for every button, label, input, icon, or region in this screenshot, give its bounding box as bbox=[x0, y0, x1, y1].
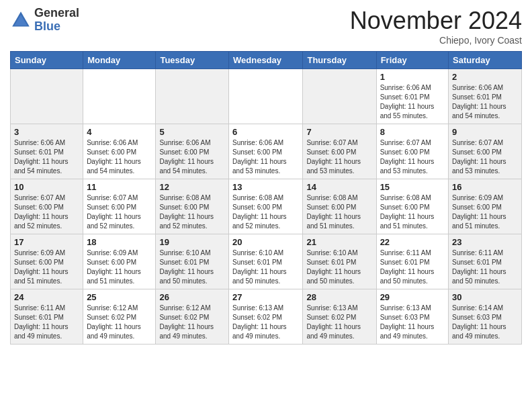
calendar-cell-1-3 bbox=[156, 69, 229, 124]
day-number: 15 bbox=[380, 182, 445, 192]
day-number: 12 bbox=[159, 182, 225, 192]
day-info: Sunrise: 6:07 AM Sunset: 6:00 PM Dayligh… bbox=[87, 193, 152, 231]
calendar-week-1: 1Sunrise: 6:06 AM Sunset: 6:01 PM Daylig… bbox=[11, 69, 522, 124]
calendar-header-wednesday: Wednesday bbox=[229, 52, 303, 69]
calendar-cell-2-5: 7Sunrise: 6:07 AM Sunset: 6:00 PM Daylig… bbox=[303, 124, 376, 179]
calendar-header-tuesday: Tuesday bbox=[156, 52, 229, 69]
day-info: Sunrise: 6:11 AM Sunset: 6:01 PM Dayligh… bbox=[14, 304, 79, 341]
day-number: 14 bbox=[306, 182, 372, 192]
day-number: 9 bbox=[452, 127, 518, 137]
calendar-cell-3-3: 12Sunrise: 6:08 AM Sunset: 6:00 PM Dayli… bbox=[156, 179, 229, 234]
day-info: Sunrise: 6:08 AM Sunset: 6:00 PM Dayligh… bbox=[306, 193, 372, 231]
day-number: 10 bbox=[14, 182, 79, 192]
day-info: Sunrise: 6:13 AM Sunset: 6:02 PM Dayligh… bbox=[232, 304, 299, 341]
day-number: 18 bbox=[87, 237, 152, 247]
day-info: Sunrise: 6:06 AM Sunset: 6:01 PM Dayligh… bbox=[380, 83, 445, 121]
logo: General Blue bbox=[10, 7, 79, 34]
day-number: 5 bbox=[159, 127, 225, 137]
calendar-header-thursday: Thursday bbox=[303, 52, 376, 69]
day-info: Sunrise: 6:07 AM Sunset: 6:00 PM Dayligh… bbox=[306, 138, 372, 176]
calendar-cell-1-6: 1Sunrise: 6:06 AM Sunset: 6:01 PM Daylig… bbox=[376, 69, 448, 124]
logo-blue: Blue bbox=[34, 20, 79, 34]
header: General Blue November 2024 Chiepo, Ivory… bbox=[10, 7, 522, 46]
day-number: 24 bbox=[14, 292, 79, 302]
logo-text: General Blue bbox=[34, 7, 79, 34]
day-number: 11 bbox=[87, 182, 152, 192]
day-number: 28 bbox=[306, 292, 372, 302]
calendar-cell-2-4: 6Sunrise: 6:06 AM Sunset: 6:00 PM Daylig… bbox=[229, 124, 303, 179]
day-info: Sunrise: 6:06 AM Sunset: 6:00 PM Dayligh… bbox=[232, 138, 299, 176]
calendar-cell-4-3: 19Sunrise: 6:10 AM Sunset: 6:01 PM Dayli… bbox=[156, 234, 229, 289]
calendar-cell-1-7: 2Sunrise: 6:06 AM Sunset: 6:01 PM Daylig… bbox=[449, 69, 522, 124]
calendar-cell-5-5: 28Sunrise: 6:13 AM Sunset: 6:02 PM Dayli… bbox=[303, 289, 376, 345]
calendar-cell-5-6: 29Sunrise: 6:13 AM Sunset: 6:03 PM Dayli… bbox=[376, 289, 448, 345]
calendar-week-3: 10Sunrise: 6:07 AM Sunset: 6:00 PM Dayli… bbox=[11, 179, 522, 234]
calendar-week-5: 24Sunrise: 6:11 AM Sunset: 6:01 PM Dayli… bbox=[11, 289, 522, 345]
day-info: Sunrise: 6:11 AM Sunset: 6:01 PM Dayligh… bbox=[380, 248, 445, 286]
page: General Blue November 2024 Chiepo, Ivory… bbox=[0, 0, 532, 351]
day-info: Sunrise: 6:08 AM Sunset: 6:00 PM Dayligh… bbox=[380, 193, 445, 231]
day-info: Sunrise: 6:11 AM Sunset: 6:01 PM Dayligh… bbox=[452, 248, 518, 286]
calendar-cell-2-7: 9Sunrise: 6:07 AM Sunset: 6:00 PM Daylig… bbox=[449, 124, 522, 179]
calendar-week-2: 3Sunrise: 6:06 AM Sunset: 6:01 PM Daylig… bbox=[11, 124, 522, 179]
day-info: Sunrise: 6:12 AM Sunset: 6:02 PM Dayligh… bbox=[87, 304, 152, 341]
day-number: 21 bbox=[306, 237, 372, 247]
day-number: 4 bbox=[87, 127, 152, 137]
calendar-cell-4-5: 21Sunrise: 6:10 AM Sunset: 6:01 PM Dayli… bbox=[303, 234, 376, 289]
day-number: 3 bbox=[14, 127, 79, 137]
calendar-cell-1-2 bbox=[83, 69, 156, 124]
day-number: 2 bbox=[452, 72, 518, 82]
calendar-cell-1-1 bbox=[11, 69, 83, 124]
calendar-cell-5-1: 24Sunrise: 6:11 AM Sunset: 6:01 PM Dayli… bbox=[11, 289, 83, 345]
day-info: Sunrise: 6:07 AM Sunset: 6:00 PM Dayligh… bbox=[452, 138, 518, 176]
day-info: Sunrise: 6:09 AM Sunset: 6:00 PM Dayligh… bbox=[452, 193, 518, 231]
day-info: Sunrise: 6:07 AM Sunset: 6:00 PM Dayligh… bbox=[380, 138, 445, 176]
calendar-week-4: 17Sunrise: 6:09 AM Sunset: 6:00 PM Dayli… bbox=[11, 234, 522, 289]
day-number: 13 bbox=[232, 182, 299, 192]
calendar-header-row: SundayMondayTuesdayWednesdayThursdayFrid… bbox=[11, 52, 522, 69]
day-number: 29 bbox=[380, 292, 445, 302]
location: Chiepo, Ivory Coast bbox=[350, 35, 522, 46]
day-info: Sunrise: 6:09 AM Sunset: 6:00 PM Dayligh… bbox=[14, 248, 79, 286]
day-info: Sunrise: 6:12 AM Sunset: 6:02 PM Dayligh… bbox=[159, 304, 225, 341]
calendar-cell-3-2: 11Sunrise: 6:07 AM Sunset: 6:00 PM Dayli… bbox=[83, 179, 156, 234]
day-info: Sunrise: 6:09 AM Sunset: 6:00 PM Dayligh… bbox=[87, 248, 152, 286]
calendar-cell-3-7: 16Sunrise: 6:09 AM Sunset: 6:00 PM Dayli… bbox=[449, 179, 522, 234]
day-info: Sunrise: 6:10 AM Sunset: 6:01 PM Dayligh… bbox=[232, 248, 299, 286]
calendar-cell-2-6: 8Sunrise: 6:07 AM Sunset: 6:00 PM Daylig… bbox=[376, 124, 448, 179]
day-number: 6 bbox=[232, 127, 299, 137]
day-info: Sunrise: 6:06 AM Sunset: 6:01 PM Dayligh… bbox=[452, 83, 518, 121]
day-info: Sunrise: 6:14 AM Sunset: 6:03 PM Dayligh… bbox=[452, 304, 518, 341]
day-info: Sunrise: 6:10 AM Sunset: 6:01 PM Dayligh… bbox=[306, 248, 372, 286]
day-info: Sunrise: 6:06 AM Sunset: 6:01 PM Dayligh… bbox=[14, 138, 79, 176]
day-number: 1 bbox=[380, 72, 445, 82]
calendar-header-friday: Friday bbox=[376, 52, 448, 69]
day-number: 19 bbox=[159, 237, 225, 247]
day-number: 25 bbox=[87, 292, 152, 302]
calendar-cell-4-7: 23Sunrise: 6:11 AM Sunset: 6:01 PM Dayli… bbox=[449, 234, 522, 289]
calendar-cell-5-3: 26Sunrise: 6:12 AM Sunset: 6:02 PM Dayli… bbox=[156, 289, 229, 345]
day-number: 30 bbox=[452, 292, 518, 302]
day-info: Sunrise: 6:10 AM Sunset: 6:01 PM Dayligh… bbox=[159, 248, 225, 286]
day-info: Sunrise: 6:13 AM Sunset: 6:03 PM Dayligh… bbox=[380, 304, 445, 341]
calendar-header-saturday: Saturday bbox=[449, 52, 522, 69]
calendar-cell-4-1: 17Sunrise: 6:09 AM Sunset: 6:00 PM Dayli… bbox=[11, 234, 83, 289]
day-number: 8 bbox=[380, 127, 445, 137]
calendar-cell-3-4: 13Sunrise: 6:08 AM Sunset: 6:00 PM Dayli… bbox=[229, 179, 303, 234]
calendar-cell-5-2: 25Sunrise: 6:12 AM Sunset: 6:02 PM Dayli… bbox=[83, 289, 156, 345]
day-number: 16 bbox=[452, 182, 518, 192]
calendar-cell-4-4: 20Sunrise: 6:10 AM Sunset: 6:01 PM Dayli… bbox=[229, 234, 303, 289]
calendar-cell-2-3: 5Sunrise: 6:06 AM Sunset: 6:00 PM Daylig… bbox=[156, 124, 229, 179]
day-info: Sunrise: 6:08 AM Sunset: 6:00 PM Dayligh… bbox=[232, 193, 299, 231]
month-title: November 2024 bbox=[350, 7, 522, 35]
calendar-cell-3-6: 15Sunrise: 6:08 AM Sunset: 6:00 PM Dayli… bbox=[376, 179, 448, 234]
calendar-cell-2-1: 3Sunrise: 6:06 AM Sunset: 6:01 PM Daylig… bbox=[11, 124, 83, 179]
calendar-cell-3-5: 14Sunrise: 6:08 AM Sunset: 6:00 PM Dayli… bbox=[303, 179, 376, 234]
calendar-cell-3-1: 10Sunrise: 6:07 AM Sunset: 6:00 PM Dayli… bbox=[11, 179, 83, 234]
day-number: 20 bbox=[232, 237, 299, 247]
day-info: Sunrise: 6:08 AM Sunset: 6:00 PM Dayligh… bbox=[159, 193, 225, 231]
logo-general: General bbox=[34, 7, 79, 20]
day-info: Sunrise: 6:06 AM Sunset: 6:00 PM Dayligh… bbox=[87, 138, 152, 176]
calendar-cell-5-7: 30Sunrise: 6:14 AM Sunset: 6:03 PM Dayli… bbox=[449, 289, 522, 345]
calendar-header-sunday: Sunday bbox=[11, 52, 83, 69]
